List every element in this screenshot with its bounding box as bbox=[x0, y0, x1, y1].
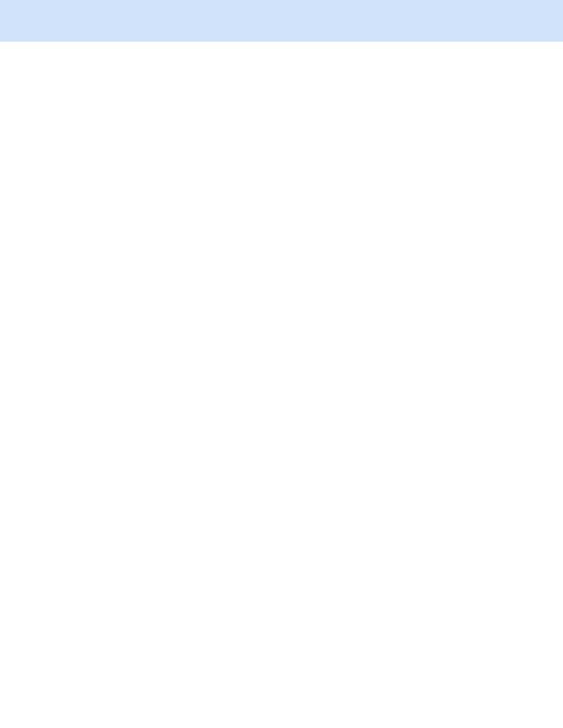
page-banner bbox=[0, 0, 563, 42]
